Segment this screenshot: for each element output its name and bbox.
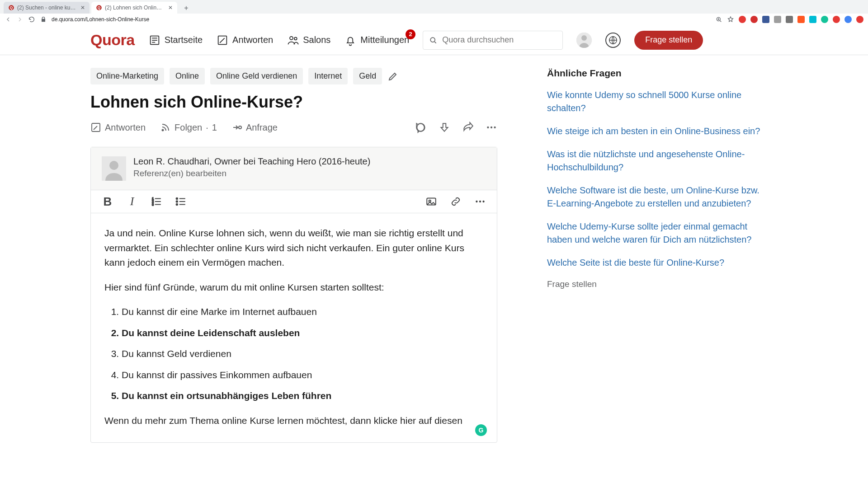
action-label: Folgen: [175, 122, 202, 133]
ext-icon[interactable]: [797, 16, 805, 23]
edit-topics-icon[interactable]: [387, 71, 398, 82]
language-button[interactable]: [605, 33, 621, 48]
svg-point-14: [162, 130, 164, 131]
more-icon[interactable]: [486, 122, 497, 133]
related-question-link[interactable]: Welche Udemy-Kurse sollte jeder einmal g…: [547, 220, 764, 246]
question-title: Lohnen sich Online-Kurse?: [90, 93, 497, 112]
ordered-list-button[interactable]: 123: [151, 196, 162, 207]
forward-icon[interactable]: [16, 16, 24, 23]
unordered-list-button[interactable]: [175, 196, 187, 207]
svg-point-17: [487, 127, 489, 128]
svg-text:Q: Q: [98, 6, 100, 10]
action-label: Anfrage: [246, 122, 278, 133]
ext-icon[interactable]: [762, 16, 769, 23]
ext-icon[interactable]: [786, 16, 793, 23]
share-icon[interactable]: [462, 122, 474, 133]
author-avatar[interactable]: [102, 156, 126, 181]
topic-chip[interactable]: Geld: [353, 68, 382, 84]
svg-point-7: [290, 36, 293, 39]
nav-answer[interactable]: Antworten: [216, 34, 273, 47]
quora-favicon-icon: Q: [96, 5, 102, 11]
close-icon[interactable]: ✕: [80, 5, 85, 11]
related-question-link[interactable]: Welche Software ist die beste, um Online…: [547, 184, 764, 210]
extension-icons: [715, 16, 863, 23]
search-icon: [429, 36, 438, 45]
svg-point-21: [109, 161, 118, 170]
svg-text:3: 3: [152, 203, 154, 206]
author-name-line[interactable]: Leon R. Chaudhari, Owner bei Teaching He…: [133, 156, 370, 167]
url-input[interactable]: de.quora.com/Lohnen-sich-Online-Kurse: [52, 16, 149, 23]
editor-more-icon[interactable]: [474, 196, 486, 207]
quora-logo[interactable]: Quora: [90, 31, 135, 49]
svg-point-31: [479, 201, 481, 202]
answer-paragraph: Ja und nein. Online Kurse lohnen sich, w…: [104, 226, 483, 270]
compose-icon: [90, 122, 101, 133]
topic-chip[interactable]: Internet: [308, 68, 348, 84]
related-question-link[interactable]: Wie konnte Udemy so schnell 5000 Kurse o…: [547, 89, 764, 115]
ext-icon[interactable]: [750, 16, 758, 23]
follow-action[interactable]: Folgen · 1: [160, 122, 217, 133]
related-question-link[interactable]: Welche Seite ist die beste für Online-Ku…: [547, 256, 764, 269]
related-question-link[interactable]: Was ist die nützlichste und angesehenste…: [547, 148, 764, 174]
answer-paragraph: Hier sind fünf Gründe, warum du mit onli…: [104, 280, 483, 295]
answer-paragraph: Wenn du mehr zum Thema online Kurse lern…: [104, 413, 483, 428]
globe-icon: [608, 35, 618, 45]
search-input[interactable]: [423, 31, 563, 50]
related-question-link[interactable]: Wie steige ich am besten in ein Online-B…: [547, 125, 764, 138]
ext-icon[interactable]: [821, 16, 828, 23]
back-icon[interactable]: [5, 16, 12, 23]
ext-icon[interactable]: [809, 16, 816, 23]
list-item: Du kannst deine Leidenschaft ausleben: [122, 326, 483, 341]
newspaper-icon: [148, 34, 161, 47]
user-avatar[interactable]: [576, 33, 592, 48]
star-icon[interactable]: [727, 16, 734, 23]
grammarly-icon[interactable]: G: [475, 424, 487, 436]
topic-chip[interactable]: Online-Marketing: [90, 68, 164, 84]
close-icon[interactable]: ✕: [168, 5, 173, 11]
quora-favicon-icon: Q: [8, 5, 14, 11]
ext-icon[interactable]: [856, 16, 863, 23]
related-heading: Ähnliche Fragen: [547, 68, 764, 79]
sidebar-ask-link[interactable]: Frage stellen: [547, 279, 764, 289]
image-button[interactable]: [425, 196, 437, 207]
ext-icon[interactable]: [844, 16, 852, 23]
lock-icon: [40, 16, 47, 23]
topic-chip[interactable]: Online: [170, 68, 205, 84]
new-tab-button[interactable]: +: [181, 3, 192, 14]
tab-strip: Q (2) Suchen - online kurse - Q ✕ Q (2) …: [0, 0, 868, 14]
svg-point-18: [491, 127, 492, 128]
tab-title: (2) Suchen - online kurse - Q: [17, 5, 76, 11]
browser-tab[interactable]: Q (2) Suchen - online kurse - Q ✕: [4, 2, 90, 14]
page-body: Online-Marketing Online Online Geld verd…: [0, 55, 868, 488]
nav-spaces[interactable]: Salons: [287, 34, 330, 47]
people-icon: [287, 34, 299, 47]
downvote-icon[interactable]: [439, 122, 450, 133]
topic-chip[interactable]: Online Geld verdienen: [210, 68, 303, 84]
italic-button[interactable]: I: [126, 196, 138, 207]
comment-icon[interactable]: [415, 122, 427, 133]
nav-notifications[interactable]: Mitteilungen 2: [344, 34, 409, 47]
nav-label: Antworten: [232, 35, 273, 45]
rss-icon: [160, 122, 171, 133]
nav-home[interactable]: Startseite: [148, 34, 203, 47]
svg-point-11: [581, 35, 587, 41]
topic-chips: Online-Marketing Online Online Geld verd…: [90, 68, 497, 84]
request-action[interactable]: Anfrage: [231, 122, 278, 133]
browser-tab[interactable]: Q (2) Lohnen sich Online-Kurse? ✕: [91, 2, 177, 14]
svg-point-9: [430, 38, 435, 42]
search-field[interactable]: [441, 35, 557, 45]
ask-question-button[interactable]: Frage stellen: [634, 31, 703, 50]
ext-icon[interactable]: [774, 16, 781, 23]
nav-label: Salons: [303, 35, 330, 45]
reload-icon[interactable]: [28, 16, 35, 23]
ext-icon[interactable]: [833, 16, 840, 23]
answer-action[interactable]: Antworten: [90, 122, 146, 133]
tab-title: (2) Lohnen sich Online-Kurse?: [105, 5, 164, 11]
edit-credentials-link[interactable]: Referenz(en) bearbeiten: [133, 169, 370, 178]
bold-button[interactable]: B: [102, 196, 113, 207]
link-button[interactable]: [450, 196, 462, 207]
ext-icon[interactable]: [739, 16, 746, 23]
answer-body[interactable]: Ja und nein. Online Kurse lohnen sich, w…: [91, 213, 497, 442]
svg-text:Q: Q: [10, 6, 13, 10]
zoom-icon[interactable]: [715, 16, 722, 23]
